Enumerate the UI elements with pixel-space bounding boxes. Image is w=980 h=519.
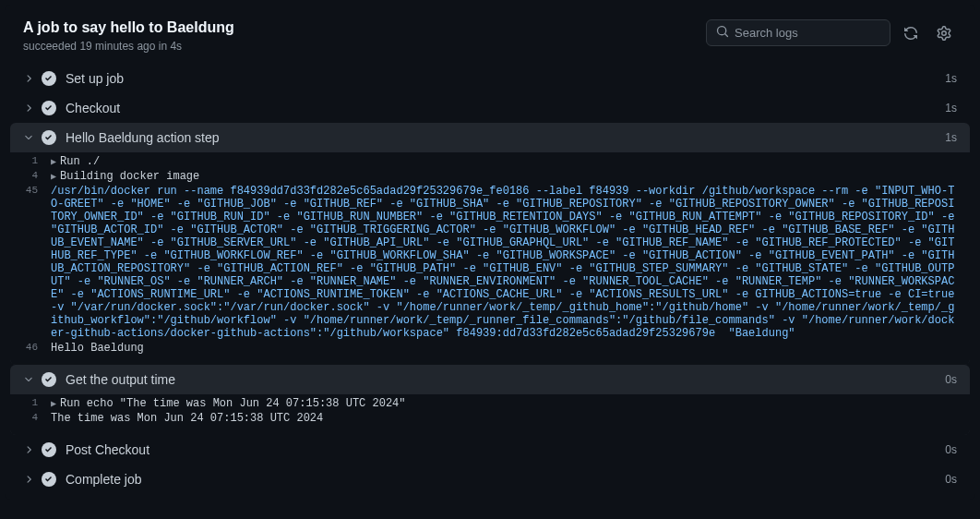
step-header[interactable]: Checkout1s [10, 93, 970, 123]
step-name: Get the output time [66, 372, 945, 387]
line-content: /usr/bin/docker run --name f84939dd7d33f… [51, 185, 970, 340]
log-line: 1▶Run echo "The time was Mon Jun 24 07:1… [10, 396, 970, 411]
header-left: A job to say hello to Baeldung succeeded… [23, 19, 706, 53]
line-number: 4 [10, 170, 51, 183]
line-number: 1 [10, 397, 51, 410]
caret-right-icon: ▶ [51, 172, 56, 182]
log-line: 45/usr/bin/docker run --name f84939dd7d3… [10, 184, 970, 341]
step-row: Get the output time0s1▶Run echo "The tim… [10, 365, 970, 435]
gear-icon [937, 26, 951, 41]
chevron-right-icon [23, 73, 36, 84]
check-circle-icon [42, 130, 56, 145]
step-name: Checkout [66, 101, 945, 115]
step-name: Hello Baeldung action step [66, 130, 945, 145]
caret-right-icon: ▶ [51, 157, 56, 167]
step-body: 1▶Run ./4▶Building docker image45/usr/bi… [10, 152, 970, 365]
step-body: 1▶Run echo "The time was Mon Jun 24 07:1… [10, 394, 970, 435]
search-input[interactable] [735, 26, 880, 40]
settings-button[interactable] [931, 20, 957, 46]
step-duration: 0s [945, 443, 957, 456]
step-duration: 1s [945, 72, 957, 85]
refresh-icon [903, 26, 918, 41]
search-box[interactable] [706, 19, 890, 46]
step-row: Post Checkout0s [10, 435, 970, 465]
step-name: Complete job [66, 472, 945, 487]
line-content: ▶Run echo "The time was Mon Jun 24 07:15… [51, 397, 970, 410]
line-number: 1 [10, 155, 51, 168]
chevron-down-icon [23, 374, 36, 385]
step-duration: 0s [945, 473, 957, 486]
line-content: The time was Mon Jun 24 07:15:38 UTC 202… [51, 412, 970, 425]
caret-right-icon: ▶ [51, 399, 56, 409]
step-duration: 1s [945, 102, 957, 115]
chevron-right-icon [23, 444, 36, 455]
log-line: 4▶Building docker image [10, 169, 970, 184]
check-circle-icon [42, 372, 56, 387]
steps-list: Set up job1sCheckout1sHello Baeldung act… [5, 64, 975, 500]
step-duration: 0s [945, 373, 957, 386]
step-header[interactable]: Complete job0s [10, 465, 970, 494]
line-number: 4 [10, 412, 51, 425]
chevron-down-icon [23, 132, 36, 143]
step-row: Checkout1s [10, 93, 970, 123]
line-number: 46 [10, 342, 51, 355]
step-row: Set up job1s [10, 64, 970, 93]
job-subtitle: succeeded 19 minutes ago in 4s [23, 40, 706, 53]
log-line: 4The time was Mon Jun 24 07:15:38 UTC 20… [10, 411, 970, 426]
line-content: ▶Building docker image [51, 170, 970, 183]
job-header: A job to say hello to Baeldung succeeded… [5, 5, 975, 64]
step-duration: 1s [945, 131, 957, 144]
header-right [706, 19, 957, 46]
chevron-right-icon [23, 474, 36, 485]
check-circle-icon [42, 71, 56, 86]
line-content: ▶Run ./ [51, 155, 970, 168]
check-circle-icon [42, 472, 56, 487]
step-header[interactable]: Get the output time0s [10, 365, 970, 394]
check-circle-icon [42, 442, 56, 457]
step-name: Set up job [66, 71, 945, 86]
check-circle-icon [42, 101, 56, 115]
step-row: Complete job0s [10, 465, 970, 494]
search-icon [716, 25, 729, 41]
step-header[interactable]: Set up job1s [10, 64, 970, 93]
step-row: Hello Baeldung action step1s1▶Run ./4▶Bu… [10, 123, 970, 365]
step-header[interactable]: Hello Baeldung action step1s [10, 123, 970, 152]
log-line: 1▶Run ./ [10, 154, 970, 169]
line-number: 45 [10, 185, 51, 340]
line-content: Hello Baeldung [51, 342, 970, 355]
chevron-right-icon [23, 103, 36, 114]
job-log-container: A job to say hello to Baeldung succeeded… [5, 5, 975, 500]
step-header[interactable]: Post Checkout0s [10, 435, 970, 465]
step-name: Post Checkout [66, 442, 945, 457]
job-title: A job to say hello to Baeldung [23, 19, 706, 36]
refresh-button[interactable] [898, 20, 924, 46]
log-line: 46Hello Baeldung [10, 341, 970, 356]
